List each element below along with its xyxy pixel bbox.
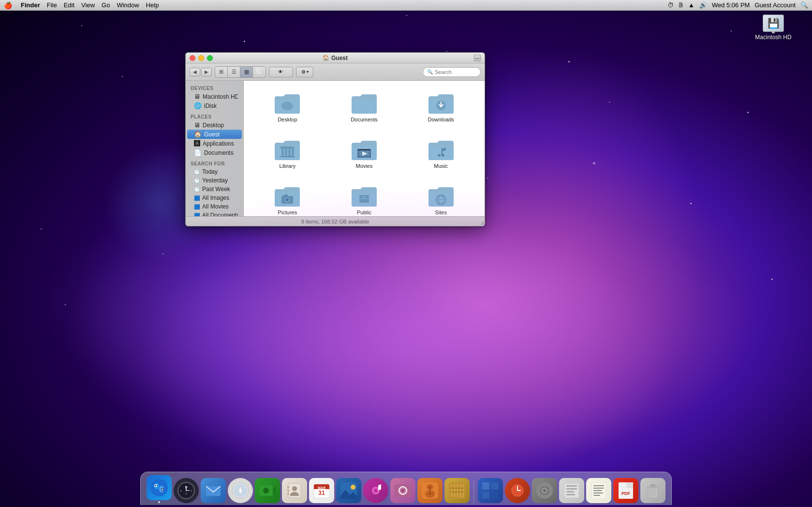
svg-rect-46 xyxy=(287,490,289,492)
dock-item-iphoto2[interactable] xyxy=(390,478,415,503)
action-chevron: ▾ xyxy=(307,70,309,74)
sidebar-item-all-images[interactable]: 🟦 All Images xyxy=(187,194,242,202)
dock-item-iphoto[interactable] xyxy=(336,478,361,503)
menubar-datetime[interactable]: Wed 5:06 PM xyxy=(712,1,750,9)
dock-item-trash[interactable] xyxy=(640,478,665,503)
dock-item-scroll[interactable] xyxy=(559,478,584,503)
dock-item-finder[interactable] xyxy=(147,475,172,503)
textedit-dock-icon xyxy=(586,478,611,503)
menubar-user[interactable]: Guest Account xyxy=(754,1,796,9)
svg-rect-91 xyxy=(566,494,575,495)
svg-rect-89 xyxy=(566,488,577,490)
folder-pictures[interactable]: Pictures xyxy=(251,181,324,216)
back-button[interactable]: ◀ xyxy=(190,68,200,76)
folder-desktop[interactable]: Desktop xyxy=(251,89,324,125)
bluetooth-icon[interactable]: 𝔹 xyxy=(679,1,683,9)
quick-look-button[interactable]: 👁 xyxy=(269,67,293,77)
menubar-file[interactable]: File xyxy=(47,1,57,9)
iphoto2-dock-icon xyxy=(390,478,415,503)
menubar-edit[interactable]: Edit xyxy=(64,1,74,9)
sidebar: DEVICES 🖥 Macintosh HD 🌐 iDisk PLACES 🖥 … xyxy=(186,81,244,216)
pdf-dock-icon: PDF xyxy=(613,478,638,503)
desktop-folder-label: Desktop xyxy=(278,117,297,122)
dock-item-safari[interactable] xyxy=(228,478,253,503)
dock-item-spaces[interactable] xyxy=(478,478,503,503)
icon-view-button[interactable]: ⊞ xyxy=(215,67,228,77)
time-machine-icon[interactable]: ⏱ xyxy=(667,1,674,9)
devices-header: DEVICES xyxy=(186,84,243,92)
close-button[interactable] xyxy=(190,55,195,61)
spotlight-icon[interactable]: 🔍 xyxy=(800,1,808,9)
search-box[interactable]: 🔍 xyxy=(423,67,481,77)
window-scroll-btn[interactable]: — xyxy=(474,55,481,61)
dock-item-clock[interactable]: 12 6 9 3 xyxy=(174,478,199,503)
macintosh-hd-icon[interactable]: 💾 Macintosh HD xyxy=(754,15,793,41)
folder-sites[interactable]: Sites xyxy=(405,181,477,216)
volume-icon[interactable]: 🔊 xyxy=(699,1,707,9)
svg-rect-2 xyxy=(281,149,284,156)
sidebar-item-today[interactable]: 🕐 Today xyxy=(187,167,242,176)
wifi-icon[interactable]: ▲ xyxy=(688,1,694,9)
svg-point-55 xyxy=(351,485,355,490)
column-view-button[interactable]: ▦ xyxy=(240,67,253,77)
menubar-window[interactable]: Window xyxy=(117,1,139,9)
folder-downloads[interactable]: Downloads xyxy=(405,89,477,125)
dock-item-itunes[interactable] xyxy=(363,478,388,503)
svg-rect-16 xyxy=(359,195,369,203)
folder-music[interactable]: Music xyxy=(405,135,477,172)
svg-point-62 xyxy=(401,489,405,492)
desktop-folder-icon xyxy=(274,91,301,115)
folder-public[interactable]: Public xyxy=(328,181,400,216)
dock-container: 12 6 9 3 xyxy=(0,472,812,507)
menubar-help[interactable]: Help xyxy=(146,1,159,9)
resize-handle[interactable]: ⊿ xyxy=(477,218,485,226)
documents-small-icon: 📄 xyxy=(194,149,202,156)
sidebar-item-all-movies[interactable]: 🟦 All Movies xyxy=(187,202,242,211)
stars xyxy=(0,0,812,507)
action-button[interactable]: ⚙ ▾ xyxy=(296,67,313,77)
public-folder-label: Public xyxy=(357,209,371,215)
folder-movies[interactable]: Movies xyxy=(328,135,400,172)
dock-item-facetime[interactable] xyxy=(255,478,280,503)
sidebar-item-past-week[interactable]: 🕐 Past Week xyxy=(187,185,242,194)
dock-item-textedit[interactable] xyxy=(586,478,611,503)
folder-library[interactable]: Library xyxy=(251,135,324,172)
menubar-go[interactable]: Go xyxy=(102,1,110,9)
coverflow-view-button[interactable]: ⬜ xyxy=(253,67,266,77)
dock-item-addressbook[interactable] xyxy=(282,478,307,503)
main-content: Desktop Documents xyxy=(244,81,485,216)
sidebar-item-all-documents[interactable]: 🟦 All Documents xyxy=(187,211,242,216)
svg-rect-95 xyxy=(593,490,602,491)
menubar-view[interactable]: View xyxy=(81,1,95,9)
minimize-button[interactable] xyxy=(198,55,204,61)
search-input[interactable] xyxy=(435,69,476,75)
window-controls xyxy=(190,55,213,61)
dock-item-calendar[interactable]: MAR 31 xyxy=(309,478,334,503)
sidebar-item-desktop[interactable]: 🖥 Desktop xyxy=(187,120,242,130)
sidebar-item-documents[interactable]: 📄 Documents xyxy=(187,148,242,157)
sidebar-item-applications[interactable]: 🅰 Applications xyxy=(187,139,242,148)
folder-documents[interactable]: Documents xyxy=(328,89,400,125)
safari-dock-icon xyxy=(228,478,253,503)
dock-separator xyxy=(473,480,474,503)
window-title-icon: 🏠 xyxy=(323,55,329,61)
dock-item-timemachine[interactable] xyxy=(505,478,530,503)
dock-item-pdf[interactable]: PDF xyxy=(613,478,638,503)
dock-item-garageband[interactable] xyxy=(417,478,443,503)
forward-button[interactable]: ▶ xyxy=(201,68,212,76)
svg-point-22 xyxy=(150,479,168,496)
zoom-button[interactable] xyxy=(207,55,213,61)
svg-rect-96 xyxy=(593,492,603,493)
sidebar-item-idisk[interactable]: 🌐 iDisk xyxy=(187,101,242,110)
dock-item-guitar[interactable] xyxy=(444,478,470,503)
dock-item-mail[interactable] xyxy=(201,478,226,503)
sidebar-item-yesterday[interactable]: 🕐 Yesterday xyxy=(187,176,242,185)
sidebar-item-guest[interactable]: 🏠 Guest xyxy=(187,130,242,139)
menubar-finder[interactable]: Finder xyxy=(21,1,40,9)
dock-item-sysprefs[interactable] xyxy=(532,478,557,503)
list-view-button[interactable]: ☰ xyxy=(228,67,240,77)
sidebar-item-macintosh-hd[interactable]: 🖥 Macintosh HD xyxy=(187,92,242,101)
svg-rect-45 xyxy=(287,486,289,488)
svg-rect-70 xyxy=(449,482,465,499)
apple-menu[interactable]: 🍎 xyxy=(4,1,12,9)
